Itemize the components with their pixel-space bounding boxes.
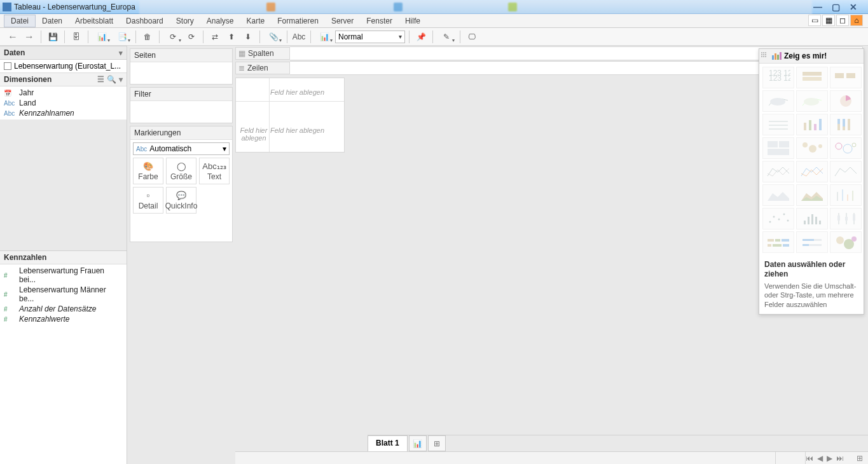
show-me-chart-option[interactable] [830, 137, 862, 159]
show-me-chart-option[interactable] [796, 114, 828, 135]
highlight-button[interactable]: ✎ [437, 30, 456, 44]
pages-shelf[interactable]: Seiten [130, 48, 233, 85]
chart-thumbnail-icon [800, 116, 824, 133]
show-me-chart-option[interactable] [762, 114, 794, 135]
show-me-chart-option[interactable] [830, 231, 862, 253]
window-close-button[interactable]: ✕ [848, 3, 859, 11]
show-me-chart-option[interactable] [762, 208, 794, 229]
show-me-chart-option[interactable] [830, 161, 862, 182]
dimensions-search-icon[interactable]: 🔍 [107, 75, 116, 84]
show-me-chart-option[interactable] [762, 90, 794, 112]
menu-server[interactable]: Server [325, 15, 360, 27]
home-icon[interactable]: ⌂ [850, 15, 863, 26]
measure-field[interactable]: #Lebenserwartung Frauen bei... [0, 266, 127, 285]
window-maximize-button[interactable]: ▢ [830, 3, 841, 11]
sort-desc-button[interactable]: ⬇ [240, 30, 256, 44]
dimensions-view-icon[interactable]: ☰ [97, 75, 104, 84]
worksheet-canvas: Spalten Zeilen Feld hier ablegen Feld hi… [235, 46, 868, 464]
show-labels-button[interactable]: Abc [291, 30, 307, 44]
show-me-chart-option[interactable] [796, 90, 828, 112]
nav-prev-icon[interactable]: ◀ [817, 454, 823, 463]
nav-first-icon[interactable]: ⏮ [806, 454, 813, 463]
sort-asc-button[interactable]: ⬆ [224, 30, 239, 44]
pin-button[interactable]: 📌 [413, 30, 429, 44]
show-me-chart-option[interactable] [762, 184, 794, 206]
presentation-button[interactable]: 🖵 [464, 30, 479, 44]
forward-button[interactable]: → [22, 30, 37, 44]
view-mode-window-icon[interactable]: ◻ [836, 15, 849, 26]
fit-mode-select[interactable]: Normal [335, 31, 405, 43]
dimension-field[interactable]: AbcKennzahlnamen [0, 108, 127, 118]
show-me-chart-option[interactable] [762, 161, 794, 182]
nav-next-icon[interactable]: ▶ [827, 454, 832, 463]
view-mode-presentation-icon[interactable]: ▭ [808, 15, 821, 26]
show-me-chart-option[interactable] [796, 137, 828, 159]
show-me-chart-option[interactable] [762, 137, 794, 159]
window-minimize-button[interactable]: — [812, 3, 823, 11]
run-update-button[interactable]: ⟳ [184, 30, 199, 44]
save-button[interactable]: 💾 [45, 30, 60, 44]
menu-fenster[interactable]: Fenster [360, 15, 399, 27]
show-me-chart-option[interactable] [830, 114, 862, 135]
dimensions-menu-icon[interactable]: ▾ [119, 75, 123, 84]
duplicate-button[interactable]: 📑 [113, 30, 132, 44]
sheet-tab-active[interactable]: Blatt 1 [368, 435, 408, 451]
show-me-chart-option[interactable] [830, 184, 862, 206]
chart-thumbnail-icon [834, 187, 858, 203]
nav-last-icon[interactable]: ⏭ [836, 454, 844, 463]
new-dashboard-tab-button[interactable]: ⊞ [428, 435, 446, 451]
dimension-field[interactable]: 📅Jahr [0, 88, 127, 98]
menu-formatieren[interactable]: Formatieren [271, 15, 325, 27]
show-me-chart-option[interactable]: 123 123123 123 [762, 67, 794, 88]
filters-shelf-label: Filter [130, 88, 232, 101]
menu-hilfe[interactable]: Hilfe [399, 15, 427, 27]
clear-button[interactable]: 🗑 [140, 30, 155, 44]
new-worksheet-tab-button[interactable]: 📊 [409, 435, 427, 451]
show-me-chart-option[interactable] [762, 231, 794, 253]
show-me-chart-option[interactable] [796, 67, 828, 88]
new-worksheet-button[interactable]: 📊 [92, 30, 111, 44]
data-panel-collapse-icon[interactable]: ▾ [119, 49, 123, 57]
menu-dashboard[interactable]: Dashboard [120, 15, 170, 27]
show-me-chart-option[interactable] [830, 208, 862, 229]
svg-rect-58 [783, 244, 789, 247]
show-me-chart-option[interactable] [796, 184, 828, 206]
measure-field[interactable]: #Kennzahlwerte [0, 314, 127, 324]
svg-rect-54 [775, 239, 780, 242]
show-me-header[interactable]: Zeig es mir! [759, 49, 864, 64]
fit-axes-button[interactable]: 📊 [315, 30, 334, 44]
marks-card: Markierungen AbcAutomatisch ▾ 🎨Farbe◯Grö… [130, 126, 233, 242]
menu-analyse[interactable]: Analyse [200, 15, 240, 27]
measure-field[interactable]: #Lebenserwartung Männer be... [0, 285, 127, 304]
mark-text-button[interactable]: Abc₁₂₃Text [199, 158, 230, 184]
view-mode-grid-icon[interactable]: ▦ [822, 15, 835, 26]
nav-grid-icon[interactable]: ⊞ [857, 454, 863, 463]
mark-quickinfo-button[interactable]: 💬QuickInfo [166, 187, 196, 214]
show-me-chart-option[interactable] [830, 90, 862, 112]
new-datasource-button[interactable]: 🗄 [69, 30, 84, 44]
menu-daten[interactable]: Daten [36, 15, 69, 27]
svg-rect-56 [768, 244, 771, 247]
auto-update-button[interactable]: ⟳ [163, 30, 183, 44]
measure-field[interactable]: #Anzahl der Datensätze [0, 304, 127, 314]
marks-type-select[interactable]: AbcAutomatisch ▾ [133, 142, 230, 155]
show-me-chart-option[interactable] [796, 231, 828, 253]
menu-arbeitsblatt[interactable]: Arbeitsblatt [69, 15, 120, 27]
drop-hint-columns: Feld hier ablegen [270, 88, 324, 96]
mark-farbe-button[interactable]: 🎨Farbe [133, 158, 163, 184]
show-me-chart-option[interactable] [796, 208, 828, 229]
dimension-field[interactable]: AbcLand [0, 98, 127, 108]
mark-detail-button[interactable]: ▫Detail [133, 187, 163, 214]
mark-größe-button[interactable]: ◯Größe [166, 158, 196, 184]
swap-button[interactable]: ⇄ [207, 30, 223, 44]
menu-datei[interactable]: Datei [4, 15, 36, 27]
datasource-item[interactable]: Lebenserwartung (Eurostat_L... [0, 60, 127, 72]
back-button[interactable]: ← [5, 30, 20, 44]
view-drop-area[interactable]: Feld hier ablegen Feld hier ablegen Feld… [235, 78, 345, 153]
show-me-chart-option[interactable] [830, 67, 862, 88]
filters-shelf[interactable]: Filter [130, 87, 233, 123]
show-me-chart-option[interactable] [796, 161, 828, 182]
menu-karte[interactable]: Karte [240, 15, 272, 27]
menu-story[interactable]: Story [170, 15, 200, 27]
group-button[interactable]: 📎 [264, 30, 283, 44]
